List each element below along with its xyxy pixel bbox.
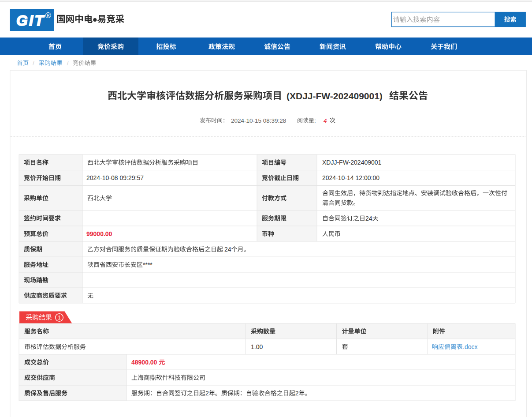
svg-text:GIT: GIT [16, 12, 45, 29]
svg-text::: : [314, 117, 316, 124]
svg-text:/: / [67, 60, 69, 67]
svg-text:(XDJJ-FW-202409001): (XDJJ-FW-202409001) [286, 91, 383, 101]
svg-text:1: 1 [58, 315, 61, 321]
svg-text:24: 24 [224, 246, 231, 253]
svg-text:2024-10-14 12:00:00: 2024-10-14 12:00:00 [322, 174, 379, 181]
svg-text:2: 2 [205, 390, 209, 397]
svg-text:.docx: .docx [463, 343, 477, 350]
svg-text:24: 24 [365, 215, 372, 222]
svg-text:1.00: 1.00 [251, 343, 263, 350]
svg-text:48900.00: 48900.00 [131, 359, 157, 366]
svg-text:99000.00: 99000.00 [86, 230, 112, 237]
svg-text:****: **** [143, 261, 153, 268]
svg-text:4: 4 [324, 117, 327, 124]
svg-text:®: ® [45, 11, 51, 20]
svg-text:XDJJ-FW-202409001: XDJJ-FW-202409001 [322, 159, 382, 166]
svg-text:2024-10-08 09:29:57: 2024-10-08 09:29:57 [86, 174, 144, 181]
svg-text:/: / [33, 60, 34, 67]
svg-text:2024-10-15 08:39:28: 2024-10-15 08:39:28 [231, 117, 286, 124]
svg-text:2: 2 [295, 390, 299, 397]
